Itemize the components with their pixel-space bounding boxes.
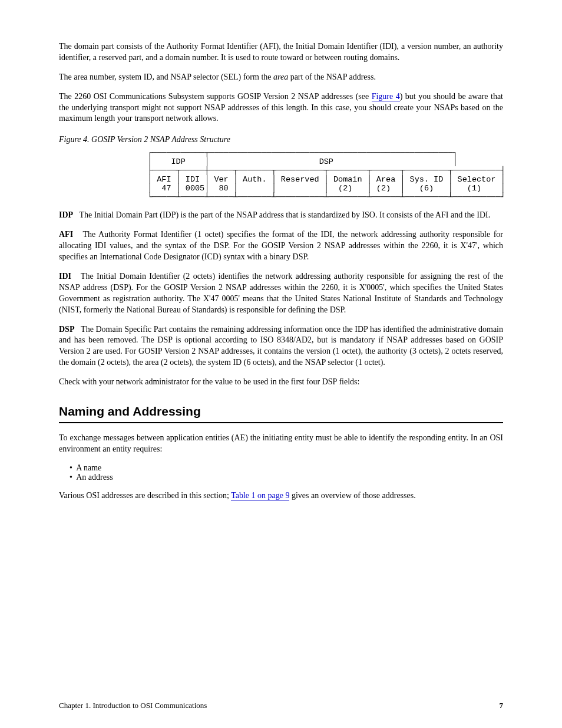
diagram-row: │ AFI │ IDI │ Ver │ Auth. │ Reserved │ D…: [147, 175, 505, 184]
diagram-row: ┌───────────┬───────────────────────────…: [147, 149, 458, 157]
paragraph: IDP The Initial Domain Part (IDP) is the…: [59, 210, 503, 221]
list-item: • An address: [70, 473, 503, 482]
nsap-structure-diagram: ┌───────────┬───────────────────────────…: [147, 149, 503, 202]
body-text: part of the NSAP address.: [288, 73, 376, 81]
list-item-text: An address: [76, 473, 113, 482]
paragraph: IDI The Initial Domain Identifier (2 oct…: [59, 271, 503, 316]
section-rule: [59, 422, 503, 423]
body-text: The domain part consists of the Authorit…: [59, 42, 503, 62]
term-heading: DSP: [59, 325, 74, 334]
body-text: The Domain Specific Part contains the re…: [59, 325, 503, 367]
body-text: The area number, system ID, and NSAP sel…: [59, 73, 273, 81]
term-heading: AFI: [59, 230, 73, 239]
emphasis: area: [273, 73, 288, 81]
list-item-text: A name: [76, 463, 101, 472]
section-heading-naming: Naming and Addressing: [59, 404, 503, 419]
body-text: To exchange messages between application…: [59, 433, 503, 453]
paragraph: AFI The Authority Format Identifier (1 o…: [59, 229, 503, 263]
term-heading: IDI: [59, 272, 71, 281]
diagram-row: │ 47 │ 0005│ 80 │ │ │ (2) │ (2) │ (6) │ …: [147, 184, 505, 193]
diagram-row: │ IDP │ DSP │: [147, 157, 458, 166]
bullet-list: • A name • An address: [70, 463, 503, 482]
body-text: The Initial Domain Identifier (2 octets)…: [59, 272, 503, 314]
paragraph: The area number, system ID, and NSAP sel…: [59, 72, 503, 83]
figure-caption: Figure 4. GOSIP Version 2 NSAP Address S…: [59, 135, 503, 144]
footer-chapter: Chapter 1. Introduction to OSI Communica…: [59, 701, 207, 710]
table-cross-ref-link[interactable]: Table 1 on page 9: [231, 491, 289, 500]
body-text: gives an overview of those addresses.: [289, 491, 415, 500]
diagram-row: └─────┴─────┴─────┴───────┴──────────┴──…: [147, 193, 505, 202]
body-text: Various OSI addresses are described in t…: [59, 491, 231, 500]
figure-cross-ref-link[interactable]: Figure 4: [372, 92, 400, 101]
list-item: • A name: [70, 463, 503, 473]
body-text: The Authority Format Identifier (1 octet…: [59, 230, 503, 261]
paragraph: The 2260 OSI Communications Subsystem su…: [59, 91, 503, 125]
paragraph: DSP The Domain Specific Part contains th…: [59, 324, 503, 369]
paragraph: The domain part consists of the Authorit…: [59, 41, 503, 64]
paragraph: Check with your network administrator fo…: [59, 377, 503, 388]
body-text: The 2260 OSI Communications Subsystem su…: [59, 92, 372, 101]
footer-page-number: 7: [500, 701, 504, 710]
term-heading: IDP: [59, 210, 73, 219]
body-text: Check with your network administrator fo…: [59, 377, 359, 386]
paragraph: Various OSI addresses are described in t…: [59, 490, 503, 502]
diagram-row: ├─────┬─────┼─────┬───────┬──────────┬──…: [147, 166, 505, 175]
paragraph: To exchange messages between application…: [59, 433, 503, 455]
body-text: The Initial Domain Part (IDP) is the par…: [79, 210, 490, 219]
page-footer: Chapter 1. Introduction to OSI Communica…: [59, 701, 503, 710]
